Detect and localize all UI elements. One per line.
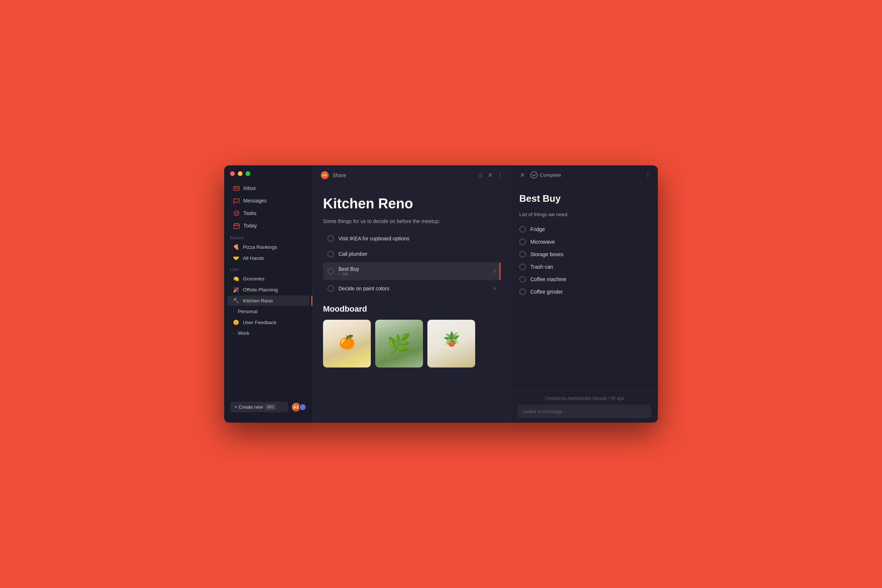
checklist-item-trash[interactable]: Trash can: [519, 261, 650, 273]
right-panel-subtitle: List of things we need:: [519, 212, 650, 217]
checklist-label-storage: Storage boxes: [530, 251, 563, 257]
share-label: Share: [333, 172, 346, 178]
task-text-paint: Decide on paint colors: [339, 285, 489, 291]
star-button[interactable]: ☆: [478, 172, 483, 179]
checklist-checkbox-coffee-machine[interactable]: [519, 276, 526, 283]
create-new-button[interactable]: + Create new ⌘K: [230, 402, 288, 412]
task-actions-bestbuy[interactable]: ≡: [493, 268, 496, 274]
maximize-window-button[interactable]: [246, 171, 250, 176]
offsite-emoji: 🎉: [233, 286, 239, 292]
close-right-panel-button[interactable]: ✕: [518, 171, 526, 179]
checklist-item-coffee-machine[interactable]: Coffee machine: [519, 273, 650, 285]
tasks-icon: [233, 210, 240, 216]
task-checkbox-ikea[interactable]: [327, 235, 334, 242]
sidebar-item-messages[interactable]: Messages: [227, 195, 309, 207]
work-chevron: ›: [233, 331, 234, 335]
task-checkbox-paint[interactable]: [327, 285, 334, 292]
checklist-item-fridge[interactable]: Fridge: [519, 223, 650, 236]
page-subtitle: Some things for us to decide on before t…: [323, 218, 501, 224]
task-checkbox-plumber[interactable]: [327, 250, 334, 257]
share-avatar: AS: [320, 171, 330, 180]
groceries-emoji: 🍋: [233, 276, 239, 282]
lists-section-label: Lists: [224, 264, 312, 273]
main-panel: AS Share ☆ ≡ ⋮ Kitchen Reno Some things …: [312, 165, 511, 423]
right-panel-more-button[interactable]: ⋮: [645, 171, 651, 179]
pizza-label: Pizza Rankings: [243, 244, 277, 250]
personal-label: Personal: [238, 309, 257, 314]
checklist-checkbox-trash[interactable]: [519, 264, 526, 270]
sidebar-item-personal[interactable]: › Personal: [227, 306, 309, 316]
right-panel-header: ✕ Complete ⋮: [511, 165, 658, 185]
sidebar-item-today[interactable]: Today: [227, 220, 309, 231]
created-by-text: Created by Adetokunbo Stasiuk • 5h ago: [518, 396, 651, 401]
avatar-secondary: [299, 404, 306, 411]
meta-clock-icon: ○: [339, 272, 341, 276]
sidebar-footer: + Create new ⌘K AS: [224, 397, 312, 417]
task-meta-text: 0/6: [342, 272, 348, 276]
task-text-bestbuy: Best Buy: [339, 266, 489, 272]
task-item-bestbuy[interactable]: Best Buy ○ 0/6 ≡: [323, 262, 501, 280]
more-options-button[interactable]: ⋮: [497, 172, 504, 179]
minimize-window-button[interactable]: [238, 171, 243, 176]
messages-icon: [233, 197, 240, 204]
work-label: Work: [238, 330, 249, 336]
right-header-left: ✕ Complete: [518, 171, 561, 179]
allhands-label: All Hands: [243, 255, 264, 261]
today-icon: [233, 222, 240, 229]
checklist-label-microwave: Microwave: [530, 239, 555, 245]
moodboard-image-2[interactable]: [375, 320, 423, 368]
share-button[interactable]: AS Share: [320, 171, 346, 180]
task-item-plumber[interactable]: Call plumber: [323, 247, 501, 261]
sidebar-item-user-feedback[interactable]: 😊 User Feedback: [227, 317, 309, 327]
checklist-checkbox-storage[interactable]: [519, 251, 526, 258]
groceries-label: Groceries: [243, 276, 265, 282]
checklist-item-storage[interactable]: Storage boxes: [519, 248, 650, 261]
more-icon: ⋮: [645, 171, 651, 178]
tasks-label: Tasks: [243, 210, 256, 216]
moodboard-image-3[interactable]: [428, 320, 475, 368]
task-item-ikea[interactable]: Visit IKEA for cupboard options: [323, 231, 501, 246]
moodboard-title: Moodboard: [323, 304, 501, 314]
sidebar: Inbox Messages Tasks: [224, 165, 312, 423]
sidebar-item-inbox[interactable]: Inbox: [227, 182, 309, 194]
kitchen-emoji: 🔨: [233, 298, 239, 303]
sidebar-item-allhands[interactable]: 🤝 All Hands: [227, 253, 309, 263]
personal-chevron: ›: [233, 309, 234, 314]
sidebar-item-work[interactable]: › Work: [227, 328, 309, 338]
task-checkbox-bestbuy[interactable]: [327, 268, 334, 274]
recent-section-label: Recent: [224, 232, 312, 242]
checklist-checkbox-fridge[interactable]: [519, 226, 526, 232]
moodboard-image-1[interactable]: [323, 320, 371, 368]
checklist-item-microwave[interactable]: Microwave: [519, 236, 650, 248]
filter-button[interactable]: ≡: [488, 172, 492, 179]
sidebar-item-kitchen-reno[interactable]: 🔨 Kitchen Reno: [227, 296, 309, 306]
allhands-emoji: 🤝: [233, 255, 239, 261]
main-content: Kitchen Reno Some things for us to decid…: [313, 186, 511, 423]
complete-label: Complete: [540, 172, 561, 178]
task-actions-paint[interactable]: ≡: [493, 285, 496, 291]
messages-label: Messages: [243, 198, 267, 204]
complete-icon: [530, 171, 538, 178]
sidebar-item-groceries[interactable]: 🍋 Groceries: [227, 273, 309, 284]
inbox-icon: [233, 185, 240, 192]
checklist-checkbox-coffee-grinder[interactable]: [519, 288, 526, 295]
sidebar-item-tasks[interactable]: Tasks: [227, 207, 309, 219]
checklist-checkbox-microwave[interactable]: [519, 238, 526, 245]
window-controls: [224, 171, 312, 182]
checklist-label-trash: Trash can: [530, 264, 553, 270]
sidebar-item-pizza[interactable]: 🍕 Pizza Rankings: [227, 242, 309, 252]
checklist-label-coffee-machine: Coffee machine: [530, 276, 566, 282]
right-panel-footer: Created by Adetokunbo Stasiuk • 5h ago: [511, 391, 658, 423]
feedback-label: User Feedback: [243, 320, 277, 325]
sidebar-item-offsite[interactable]: 🎉 Offsite Planning: [227, 285, 309, 295]
offsite-label: Offsite Planning: [243, 287, 278, 292]
checklist-item-coffee-grinder[interactable]: Coffee grinder: [519, 285, 650, 298]
task-item-paint[interactable]: Decide on paint colors ≡: [323, 282, 501, 296]
keyboard-shortcut: ⌘K: [266, 404, 276, 410]
complete-button[interactable]: Complete: [530, 171, 561, 178]
svg-rect-2: [234, 224, 239, 229]
close-window-button[interactable]: [230, 171, 235, 176]
right-panel-title: Best Buy: [519, 193, 650, 204]
message-input[interactable]: [518, 405, 651, 418]
bestbuy-content: Best Buy ○ 0/6: [339, 266, 489, 276]
